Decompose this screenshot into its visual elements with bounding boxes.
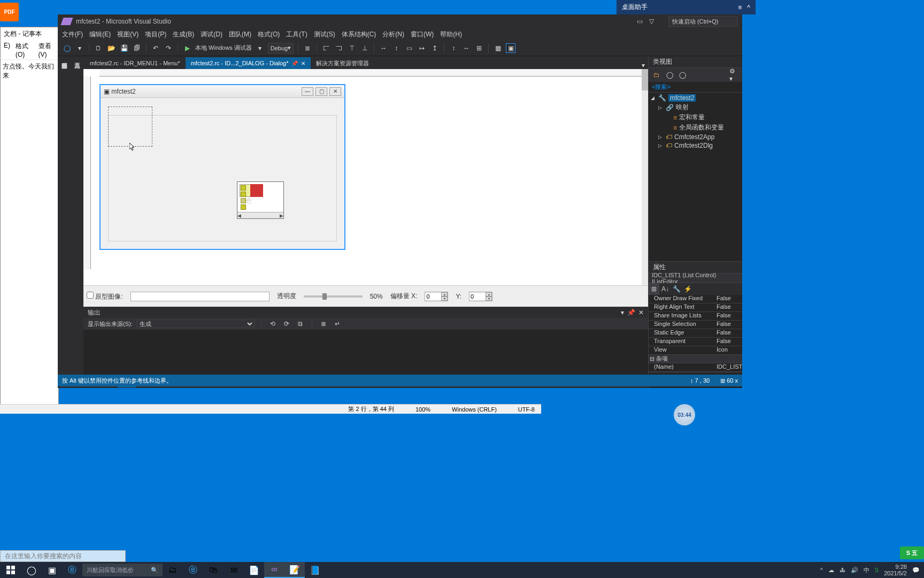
ie-icon[interactable]: ⓔ: [62, 562, 82, 578]
document-tabs[interactable]: mfctest2.rc - IDR_MENU1 - Menu* mfctest2…: [83, 56, 648, 69]
new-folder-icon[interactable]: 🗀: [652, 70, 661, 80]
menu-project[interactable]: 项目(P): [145, 30, 166, 39]
action-center-icon[interactable]: 💬: [912, 567, 920, 574]
ime-badge[interactable]: S 五: [900, 546, 924, 559]
notepad-menu[interactable]: E) 格式(O) 查看(V): [1, 41, 58, 60]
menu-window[interactable]: 窗口(W): [411, 30, 434, 39]
explorer-icon[interactable]: 🗂: [163, 562, 183, 578]
properties-icon[interactable]: 🔧: [671, 283, 682, 295]
same-w-icon[interactable]: ↦: [417, 43, 427, 53]
output-pin-icon[interactable]: 📌: [627, 309, 635, 316]
transparency-slider[interactable]: [304, 295, 363, 298]
proto-image-path-input[interactable]: [130, 292, 270, 301]
save-icon[interactable]: 💾: [119, 43, 129, 53]
menu-analyze[interactable]: 分析(N): [382, 30, 404, 39]
classview-tree[interactable]: ◢🔧mfctest2 ▷🔗映射 ≡宏和常量 ≡全局函数和变量 ▷🏷Cmfctes…: [649, 93, 742, 151]
menu-edit[interactable]: E): [4, 42, 10, 58]
desktop-assistant-bar[interactable]: 桌面助手 ≡ ^: [617, 0, 756, 14]
output-tbtn-1[interactable]: ⟲: [268, 319, 278, 329]
menu-debug[interactable]: 调试(D): [201, 30, 222, 39]
timer-overlay[interactable]: 03:44: [674, 404, 695, 425]
menu-team[interactable]: 团队(M): [229, 30, 251, 39]
alphabetical-icon[interactable]: A↓: [660, 283, 671, 295]
open-icon[interactable]: 📂: [106, 43, 116, 53]
center-h-icon[interactable]: ↕: [449, 43, 458, 53]
tray-network-icon[interactable]: 🖧: [840, 567, 845, 573]
save-all-icon[interactable]: 🗐: [132, 43, 142, 53]
app-icon-1[interactable]: 📄: [244, 562, 264, 578]
output-clear-icon[interactable]: ≣: [319, 319, 328, 329]
menu-build[interactable]: 生成(B): [173, 30, 194, 39]
app-icon-2[interactable]: 📘: [305, 562, 325, 578]
classview-toolbar[interactable]: 🗀 ◯ ◯ ⚙ ▾: [649, 68, 742, 82]
mail-icon[interactable]: ✉: [224, 562, 244, 578]
spacing-v-icon[interactable]: ↕: [391, 43, 401, 53]
output-tbtn-3[interactable]: ⧉: [296, 319, 305, 329]
grid-icon[interactable]: ⊞: [474, 43, 484, 53]
properties-grid[interactable]: Owner Draw FixedFalse Right Align TextFa…: [649, 295, 742, 372]
toggle-guides-icon[interactable]: ▣: [506, 43, 515, 53]
output-close-icon[interactable]: ✕: [638, 309, 644, 316]
forward-icon[interactable]: ◯: [677, 70, 687, 80]
store-icon[interactable]: 🛍: [203, 562, 224, 578]
categorized-icon[interactable]: ⊞: [649, 283, 659, 295]
menu-view[interactable]: 视图(V): [117, 30, 138, 39]
settings-icon[interactable]: ⚙ ▾: [729, 70, 739, 80]
notifications-icon[interactable]: ▽: [649, 18, 654, 25]
notepad-content[interactable]: 方点怪。今天我们来: [1, 60, 58, 82]
menu-file[interactable]: 文件(F): [62, 30, 83, 39]
start-debug-icon[interactable]: ▶: [182, 43, 192, 53]
proto-image-checkbox[interactable]: 原型图像:: [87, 292, 123, 301]
properties-toolbar[interactable]: ⊞ A↓ 🔧 ⚡: [649, 283, 742, 295]
classview-header[interactable]: 类视图: [649, 56, 742, 68]
output-tbtn-2[interactable]: ⟳: [282, 319, 291, 329]
maximize-icon[interactable]: ▢: [315, 87, 327, 96]
tray-onedrive-icon[interactable]: ☁: [828, 567, 834, 574]
align-left-icon[interactable]: ⫍: [321, 43, 331, 53]
tray-chevron-icon[interactable]: ^: [820, 567, 823, 573]
undo-icon[interactable]: ↶: [151, 43, 160, 53]
align-right-icon[interactable]: ⫎: [334, 43, 344, 53]
close-icon[interactable]: ✕: [329, 87, 341, 96]
notepad-taskbar-icon[interactable]: 📝: [284, 562, 305, 578]
output-text-area[interactable]: [83, 330, 648, 376]
same-h-icon[interactable]: ↥: [430, 43, 440, 53]
quick-launch-input[interactable]: 快速启动 (Ctrl+Q): [668, 16, 738, 27]
taskbar[interactable]: ◯ ▣ ⓔ 川航回应取消低价🔍 🗂 ⓔ 🛍 ✉ 📄 ∞ 📝 📘: [0, 562, 741, 578]
nav-fwd-icon[interactable]: ▾: [75, 43, 84, 53]
tab-menu-resource[interactable]: mfctest2.rc - IDR_MENU1 - Menu*: [84, 57, 186, 69]
align-bottom-icon[interactable]: ⊥: [360, 43, 369, 53]
toggle-grid-icon[interactable]: ▦: [493, 43, 503, 53]
server-explorer-tab[interactable]: 服务器资源管理器: [58, 56, 71, 388]
vs-toolbar[interactable]: ◯▾ 🗋 📂 💾 🗐 ↶ ↷ ▶ 本地 Windows 调试器 ▾ Debug …: [58, 40, 742, 56]
classview-search-input[interactable]: <搜索>: [649, 82, 742, 93]
align-top-icon[interactable]: ⊤: [347, 43, 357, 53]
nav-back-icon[interactable]: ◯: [62, 43, 72, 53]
scrollbar-vertical[interactable]: [642, 69, 648, 285]
list-control[interactable]: 黄色 ◀▶: [237, 181, 284, 219]
events-icon[interactable]: ⚡: [682, 283, 693, 295]
menu-test[interactable]: 测试(S): [314, 30, 335, 39]
menu-format[interactable]: 格式(O): [258, 30, 280, 39]
tabs-overflow-icon[interactable]: ▾: [638, 62, 648, 69]
start-debug-label[interactable]: 本地 Windows 调试器: [195, 44, 252, 52]
size-eq-icon[interactable]: ▭: [404, 43, 414, 53]
taskbar-tray[interactable]: ^ ☁ 🖧 🔊 中 S 9:28 2021/5/2 💬: [741, 562, 924, 578]
taskbar-search[interactable]: 川航回应取消低价🔍: [82, 564, 163, 576]
tray-volume-icon[interactable]: 🔊: [851, 567, 858, 574]
output-wrap-icon[interactable]: ↵: [333, 319, 342, 329]
start-button[interactable]: [0, 566, 21, 574]
menu-view[interactable]: 查看(V): [38, 42, 55, 58]
dialog-preview[interactable]: ▣ mfctest2 — ▢ ✕: [99, 84, 345, 250]
spacing-h-icon[interactable]: ↔: [379, 43, 388, 53]
static-control[interactable]: [108, 107, 152, 147]
output-source-select[interactable]: 生成: [137, 320, 255, 328]
cortana-icon[interactable]: ◯: [21, 562, 42, 578]
output-dropdown-icon[interactable]: ▾: [621, 309, 624, 316]
task-view-icon[interactable]: ▣: [42, 562, 62, 578]
pin-icon[interactable]: 📌: [291, 60, 298, 66]
menu-help[interactable]: 帮助(H): [440, 30, 462, 39]
tool-icon-1[interactable]: ≣: [303, 43, 312, 53]
properties-selection[interactable]: IDC_LIST1 (List Control) IListEditor: [649, 273, 742, 283]
debug-dropdown-icon[interactable]: ▾: [255, 43, 265, 53]
